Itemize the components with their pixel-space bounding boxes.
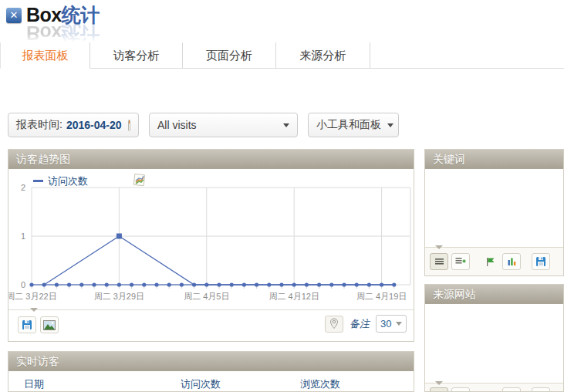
brand-zh: 统计 <box>62 4 100 25</box>
x-cross-icon: ✕ <box>6 8 22 23</box>
annotations-link[interactable]: 备注 <box>350 317 370 331</box>
keywords-header[interactable]: 关键词 <box>425 150 563 169</box>
date-label: 报表时间: <box>16 118 62 132</box>
table-more-icon[interactable] <box>451 253 470 270</box>
legend-label: 访问次数 <box>48 174 88 188</box>
chevron-down-icon <box>396 322 402 326</box>
tab-report-dashboard[interactable]: 报表面板 <box>0 42 90 69</box>
export-icon[interactable] <box>532 253 550 270</box>
tab-page-analysis[interactable]: 页面分析 <box>183 42 276 69</box>
footer-arrow-icon[interactable] <box>30 308 38 312</box>
date-value: 2016-04-20 <box>66 119 122 131</box>
realtime-header[interactable]: 实时访客 <box>8 352 414 371</box>
report-toolbar: 报表时间: 2016-04-20 All visits 小工具和面板 <box>8 113 399 137</box>
footer-arrow-icon[interactable] <box>435 381 443 385</box>
visitor-trend-chart[interactable]: 012周二 3月22日周二 3月29日周二 4月5日周二 4月12日周二 4月1… <box>8 169 414 310</box>
dashboard-page: ✕ Box统计 Box统计 报表面板 访客分析 页面分析 来源分析 报表时间: … <box>0 0 564 392</box>
keywords-footer <box>425 247 563 275</box>
tabbar-filler <box>370 42 564 69</box>
svg-text:周二 4月5日: 周二 4月5日 <box>184 292 229 301</box>
brand-title: Box统计 <box>26 5 100 25</box>
realtime-table-header-row: 日期 访问次数 浏览次数 <box>8 371 414 392</box>
row-limit-value: 30 <box>380 318 391 329</box>
referrers-header[interactable]: 来源网站 <box>425 285 563 304</box>
date-selector-button[interactable]: 报表时间: 2016-04-20 <box>8 113 139 137</box>
svg-text:0: 0 <box>21 280 25 289</box>
legend-line-swatch <box>33 180 43 182</box>
svg-text:2: 2 <box>21 183 25 192</box>
brand-en: Box <box>26 4 62 25</box>
chevron-down-icon <box>283 123 289 127</box>
tab-source-analysis[interactable]: 来源分析 <box>276 42 370 69</box>
export-icon[interactable] <box>18 316 36 333</box>
chart-style-icon[interactable] <box>133 174 146 188</box>
column-date: 日期 <box>24 377 44 391</box>
visitor-trend-title: 访客趋势图 <box>16 153 70 165</box>
referrers-title: 来源网站 <box>433 288 476 300</box>
tab-visitor-analysis[interactable]: 访客分析 <box>90 42 183 69</box>
keywords-widget: 关键词 <box>424 149 564 276</box>
keywords-title: 关键词 <box>433 153 465 165</box>
visitor-trend-widget: 访客趋势图 012周二 3月22日周二 3月29日周二 4月5日周二 4月12日… <box>8 149 414 342</box>
export-icon[interactable] <box>532 387 550 392</box>
segment-selector-button[interactable]: All visits <box>149 113 298 137</box>
referrers-footer <box>425 383 563 391</box>
brand-reflection: Box统计 <box>26 23 100 43</box>
main-nav-tabs: 报表面板 访客分析 页面分析 来源分析 <box>0 42 564 69</box>
bar-chart-icon[interactable] <box>502 387 521 392</box>
table-icon[interactable] <box>430 253 448 270</box>
row-limit-select[interactable]: 30 <box>376 315 407 333</box>
column-visits: 访问次数 <box>181 377 221 391</box>
bar-chart-icon[interactable] <box>502 253 521 270</box>
annotation-pin-icon[interactable] <box>325 316 343 333</box>
flag-icon[interactable] <box>481 253 499 270</box>
chevron-down-icon <box>387 123 393 127</box>
svg-text:周二 3月22日: 周二 3月22日 <box>8 292 57 301</box>
svg-text:周二 3月29日: 周二 3月29日 <box>94 292 144 301</box>
chart-footer: 备注 30 <box>8 309 414 341</box>
calendar-icon <box>128 120 130 131</box>
table-more-icon[interactable] <box>451 387 470 392</box>
svg-text:周二 4月12日: 周二 4月12日 <box>268 292 319 301</box>
svg-text:1: 1 <box>21 231 25 241</box>
image-export-icon[interactable] <box>40 316 59 333</box>
widgets-menu-label: 小工具和面板 <box>316 118 381 132</box>
svg-text:周二 4月19日: 周二 4月19日 <box>356 292 407 301</box>
chart-legend: 访问次数 <box>33 174 146 188</box>
segment-label: All visits <box>157 119 197 131</box>
referrer-websites-widget: 来源网站 <box>424 284 564 392</box>
visitor-trend-header[interactable]: 访客趋势图 <box>8 150 414 169</box>
footer-arrow-icon[interactable] <box>435 245 443 249</box>
widgets-menu-button[interactable]: 小工具和面板 <box>308 113 399 137</box>
flag-icon[interactable] <box>481 387 499 392</box>
table-icon[interactable] <box>430 387 448 392</box>
realtime-title: 实时访客 <box>16 355 59 367</box>
realtime-visitors-widget: 实时访客 日期 访问次数 浏览次数 <box>8 351 414 392</box>
app-logo: ✕ Box统计 Box统计 <box>6 5 100 25</box>
column-pageviews: 浏览次数 <box>300 377 340 391</box>
